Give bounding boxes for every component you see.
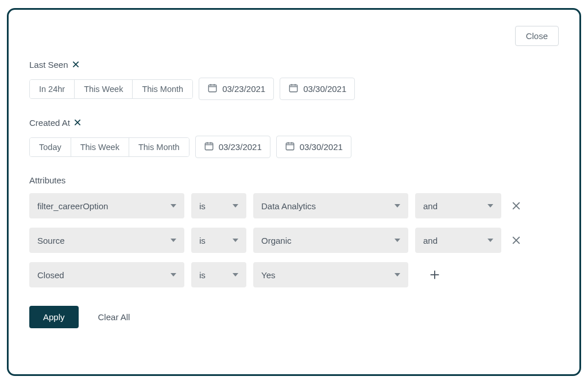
attribute-row: Source is Organic and <box>29 228 559 253</box>
calendar-icon <box>204 141 214 153</box>
chevron-down-icon <box>394 273 400 277</box>
chevron-down-icon <box>394 239 400 242</box>
last-seen-to-date[interactable]: 03/30/2021 <box>280 78 355 100</box>
filter-panel: Close Last Seen In 24hr This Week This M… <box>7 8 581 376</box>
attribute-value-select[interactable]: Data Analytics <box>253 193 408 218</box>
remove-last-seen-icon[interactable] <box>71 59 81 70</box>
chevron-down-icon <box>171 273 176 277</box>
created-at-quick-this-month[interactable]: This Month <box>129 138 189 156</box>
attribute-field-select[interactable]: filter_careerOption <box>29 193 184 218</box>
attribute-field-select[interactable]: Closed <box>29 262 184 287</box>
last-seen-quick-group: In 24hr This Week This Month <box>29 79 193 99</box>
created-at-quick-group: Today This Week This Month <box>29 137 189 157</box>
last-seen-quick-this-week[interactable]: This Week <box>74 80 132 98</box>
last-seen-from-date[interactable]: 03/23/2021 <box>199 78 274 100</box>
chevron-down-icon <box>394 204 400 208</box>
section-created-at: Created At Today This Week This Month 03… <box>29 117 559 158</box>
created-at-to-date-value: 03/30/2021 <box>300 142 343 152</box>
close-button[interactable]: Close <box>515 26 559 46</box>
apply-button[interactable]: Apply <box>29 306 79 328</box>
last-seen-quick-24hr[interactable]: In 24hr <box>30 80 74 98</box>
section-attributes: Attributes filter_careerOption is Data A… <box>29 175 559 287</box>
last-seen-quick-this-month[interactable]: This Month <box>132 80 192 98</box>
attribute-logic-select[interactable]: and <box>415 228 501 253</box>
attribute-field-select[interactable]: Source <box>29 228 184 253</box>
svg-rect-16 <box>286 143 294 150</box>
last-seen-from-date-value: 03/23/2021 <box>222 84 265 94</box>
calendar-icon <box>288 83 299 95</box>
add-row-icon[interactable] <box>427 267 443 283</box>
calendar-icon <box>207 83 218 95</box>
chevron-down-icon <box>171 204 176 208</box>
last-seen-label: Last Seen <box>29 60 68 70</box>
attribute-operator-select[interactable]: is <box>191 193 246 218</box>
actions-row: Apply Clear All <box>29 306 559 328</box>
attributes-label: Attributes <box>29 175 65 185</box>
last-seen-to-date-value: 03/30/2021 <box>303 84 346 94</box>
chevron-down-icon <box>233 204 238 208</box>
attribute-operator-select[interactable]: is <box>191 262 246 287</box>
attribute-value-select[interactable]: Organic <box>253 228 408 253</box>
created-at-quick-this-week[interactable]: This Week <box>71 138 129 156</box>
svg-rect-6 <box>289 85 297 92</box>
svg-rect-12 <box>205 143 213 150</box>
remove-created-at-icon[interactable] <box>72 117 83 128</box>
svg-rect-2 <box>208 85 216 92</box>
created-at-label: Created At <box>29 118 70 128</box>
chevron-down-icon <box>488 204 493 208</box>
attribute-row: filter_careerOption is Data Analytics an… <box>29 193 559 218</box>
attribute-value-select[interactable]: Yes <box>253 262 408 287</box>
created-at-from-date-value: 03/23/2021 <box>219 142 262 152</box>
chevron-down-icon <box>233 239 238 242</box>
created-at-to-date[interactable]: 03/30/2021 <box>276 136 351 158</box>
remove-row-icon[interactable] <box>508 198 524 214</box>
section-last-seen: Last Seen In 24hr This Week This Month 0… <box>29 59 559 100</box>
created-at-from-date[interactable]: 03/23/2021 <box>195 136 270 158</box>
attribute-logic-select[interactable]: and <box>415 193 501 218</box>
clear-all-button[interactable]: Clear All <box>95 312 134 322</box>
chevron-down-icon <box>488 239 493 242</box>
calendar-icon <box>285 141 295 153</box>
attribute-operator-select[interactable]: is <box>191 228 246 253</box>
chevron-down-icon <box>233 273 238 277</box>
created-at-quick-today[interactable]: Today <box>30 138 71 156</box>
chevron-down-icon <box>171 239 176 242</box>
attribute-row: Closed is Yes <box>29 262 559 287</box>
remove-row-icon[interactable] <box>508 232 524 248</box>
